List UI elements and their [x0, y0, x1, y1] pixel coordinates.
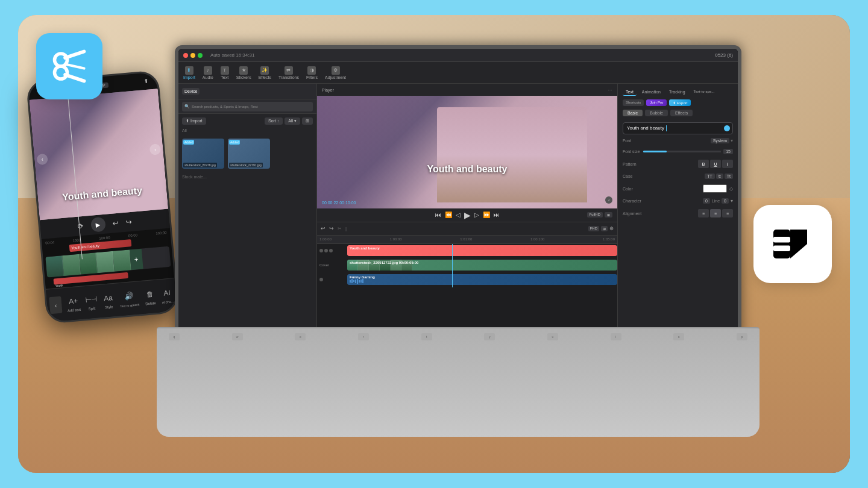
key-u: u	[547, 333, 558, 340]
import-button[interactable]: ⬆ Import	[182, 117, 206, 125]
effects-tab[interactable]: Effects	[670, 110, 693, 116]
left-tab-device[interactable]: Device	[182, 88, 200, 95]
phone-tool-style[interactable]: Aa Style	[102, 292, 115, 310]
left-panel: Device 🔍 Search products, & Sports & Ima…	[178, 84, 317, 336]
toolbar-filters[interactable]: ◑ Filters	[306, 66, 318, 80]
toolbar-import[interactable]: ⬆ Import	[183, 66, 195, 80]
fit-timeline-button[interactable]: ⊞	[601, 226, 608, 231]
sort-button[interactable]: Sort ↑	[265, 117, 283, 125]
svg-rect-5	[773, 230, 790, 258]
toolbar-adjustment[interactable]: ⚙ Adjustment	[325, 66, 346, 80]
audio-track-content[interactable]: Funny Gaming	[347, 274, 617, 285]
settings-timeline-button[interactable]: ⚙	[609, 226, 614, 231]
playhead[interactable]	[452, 244, 453, 287]
skip-forward-button[interactable]: ⏩	[483, 211, 490, 218]
cover-label: Cover	[319, 263, 329, 267]
slider-fill	[643, 151, 667, 152]
step-back-button[interactable]: ⏮	[435, 211, 441, 218]
player-bottom-controls: ♪	[605, 196, 612, 204]
app-logo-right[interactable]	[753, 205, 832, 283]
alignment-label: Alignment	[623, 211, 641, 216]
waveform	[350, 279, 615, 284]
align-right-button[interactable]: ≡	[722, 209, 733, 217]
maximize-traffic-light[interactable]	[198, 53, 203, 58]
uppercase-button[interactable]: TT	[705, 174, 715, 179]
text-preview-input[interactable]: Youth and beauty	[623, 122, 733, 134]
player-text-overlay: Youth and beauty	[427, 164, 507, 175]
fit-button[interactable]: ⊞	[605, 212, 612, 217]
text-track-content[interactable]: Youth and beauty	[347, 245, 617, 256]
right-panel-header: Text Animation Tracking Text-to-spe...	[623, 89, 733, 96]
grid-button[interactable]: ⊞	[302, 117, 313, 125]
window-title: Auto saved 16:34:31	[210, 52, 254, 58]
right-panel: Text Animation Tracking Text-to-spe... S…	[617, 84, 738, 336]
right-tab-text[interactable]: Text	[623, 89, 637, 96]
phone-undo-icon[interactable]: ↩	[112, 219, 119, 228]
toolbar-transitions[interactable]: ⇄ Transitions	[278, 66, 299, 80]
character-line-value[interactable]: 0	[722, 198, 729, 204]
close-traffic-light[interactable]	[183, 53, 188, 58]
align-center-button[interactable]: ≡	[710, 209, 721, 217]
frame-forward-button[interactable]: ▷	[474, 211, 479, 218]
key-r: r	[358, 333, 369, 340]
right-tab-animation[interactable]: Animation	[639, 89, 664, 96]
svg-point-1	[55, 66, 68, 79]
lowercase-button[interactable]: tt	[716, 174, 723, 179]
align-left-button[interactable]: ≡	[698, 209, 709, 217]
italic-button[interactable]: I	[722, 160, 733, 168]
export-button[interactable]: ⬆ Export	[669, 99, 691, 106]
cut-button[interactable]: ✂	[338, 226, 342, 231]
fullscreen-label[interactable]: FullHD	[587, 212, 603, 217]
font-size-prop-row: Font size 15	[623, 149, 733, 154]
phone-play-button[interactable]: ▶	[90, 217, 106, 233]
media-grid: ⬆ Import Sort ↑ All ▾ ⊞ All	[178, 114, 316, 336]
all-label: All	[182, 128, 313, 133]
ratio-button[interactable]: FHD	[588, 226, 599, 231]
character-label: Character	[623, 199, 641, 203]
timeline-right-controls: FHD ⊞ ⚙	[588, 226, 614, 231]
player-menu-icon[interactable]: ⋯	[608, 87, 612, 93]
font-size-value[interactable]: 15	[723, 149, 733, 154]
play-button[interactable]: ▶	[464, 210, 471, 220]
search-input[interactable]: 🔍 Search products, & Sports & Image, Res…	[182, 102, 313, 111]
font-prop-row: Font System ▾	[623, 138, 733, 143]
phone-tool-add-text[interactable]: A+ Add text	[66, 295, 81, 313]
phone-back-panel-button[interactable]: ‹	[49, 296, 62, 314]
add-text-icon: A+	[67, 295, 80, 308]
toolbar-effects[interactable]: ✨ Effects	[259, 66, 271, 80]
app-logo-left[interactable]	[36, 33, 102, 99]
speaker-icon[interactable]: ♪	[605, 196, 612, 204]
character-value[interactable]: 0	[703, 198, 710, 204]
split-button[interactable]: |	[345, 226, 347, 231]
right-tab-tracking[interactable]: Tracking	[666, 89, 688, 96]
skip-back-button[interactable]: ⏪	[445, 211, 452, 218]
video-track-content-1[interactable]: shutterstock_229912722.jpg 00:00:05:00	[347, 260, 617, 271]
join-pro-button[interactable]: Join Pro	[646, 99, 667, 106]
minimize-traffic-light[interactable]	[190, 53, 195, 58]
shortcuts-button[interactable]: Shortcuts	[623, 99, 644, 106]
basic-tab[interactable]: Basic	[623, 110, 643, 116]
step-forward-button[interactable]: ⏭	[494, 211, 500, 218]
underline-button[interactable]: U	[710, 160, 721, 168]
frame-back-button[interactable]: ◁	[456, 211, 461, 218]
text-color-indicator[interactable]	[724, 125, 730, 131]
all-button[interactable]: All ▾	[285, 117, 300, 125]
titlecase-button[interactable]: Tt	[725, 174, 733, 179]
font-size-slider[interactable]	[643, 151, 721, 152]
toolbar-audio[interactable]: ♪ Audio	[203, 66, 213, 80]
audio-track-bar: Funny Gaming	[347, 274, 617, 285]
redo-button[interactable]: ↪	[329, 225, 334, 231]
toolbar-stickers-label: Stickers	[236, 75, 251, 80]
toolbar-stickers[interactable]: ★ Stickers	[236, 66, 251, 80]
bold-button[interactable]: B	[698, 160, 709, 168]
font-size-label: Font size	[623, 149, 640, 154]
bubble-tab[interactable]: Bubble	[645, 110, 668, 116]
media-thumb-1[interactable]: Added shutterstock_81978.jpg	[182, 139, 224, 169]
font-value[interactable]: System	[711, 138, 729, 143]
phone-tool-split[interactable]: ⊢⊣ Split	[84, 293, 98, 311]
color-picker[interactable]	[703, 184, 727, 193]
media-thumb-2[interactable]: Added shutterstock_22791.jpg	[228, 139, 270, 169]
undo-button[interactable]: ↩	[321, 225, 326, 231]
toolbar-text[interactable]: T Text	[221, 66, 229, 80]
right-tab-texttospe[interactable]: Text-to-spe...	[691, 89, 718, 96]
